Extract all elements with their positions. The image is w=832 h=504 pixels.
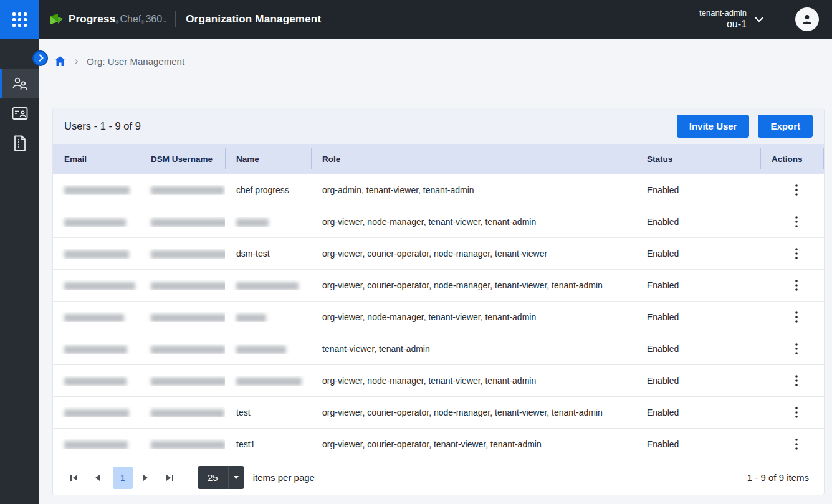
row-actions-menu-button[interactable] (791, 277, 801, 293)
table-title: Users - 1 - 9 of 9 (64, 120, 141, 132)
page: Progress®Chef®360™ Organization Manageme… (0, 0, 832, 504)
kebab-menu-icon (795, 311, 798, 323)
topbar: Progress®Chef®360™ Organization Manageme… (0, 0, 832, 39)
status-cell: Enabled (636, 217, 760, 227)
user-menu-button[interactable] (782, 0, 832, 39)
dsm-username-cell (140, 280, 225, 290)
brand-suffix: 360 (145, 14, 162, 25)
row-actions-menu-button[interactable] (791, 341, 801, 357)
dsm-username-cell (140, 217, 225, 227)
breadcrumb-current: Org: User Management (87, 56, 184, 67)
pagination-range-label: 1 - 9 of 9 items (747, 472, 816, 483)
email-cell (53, 312, 140, 322)
status-cell: Enabled (636, 185, 760, 195)
redacted-email (64, 219, 126, 227)
brand-sub: Chef (120, 14, 141, 25)
row-actions-menu-button[interactable] (791, 436, 801, 452)
breadcrumb: › Org: User Management (54, 54, 832, 69)
page-size-select[interactable]: 25 (198, 466, 244, 489)
actions-cell (760, 373, 824, 389)
actions-cell (760, 404, 824, 421)
row-actions-menu-button[interactable] (791, 373, 801, 389)
actions-cell (760, 341, 824, 357)
status-cell: Enabled (636, 407, 760, 417)
sidebar-item-users[interactable] (0, 69, 39, 98)
kebab-menu-icon (795, 216, 798, 227)
column-header-role[interactable]: Role (311, 144, 636, 174)
tenant-switcher[interactable]: tenant-admin ou-1 (699, 8, 764, 31)
status-cell: Enabled (636, 249, 760, 259)
redacted-username (151, 378, 225, 386)
status-cell: Enabled (636, 439, 760, 449)
sidebar (0, 39, 39, 504)
email-cell (53, 185, 140, 195)
app-title: Organization Management (186, 13, 321, 26)
row-actions-menu-button[interactable] (791, 309, 801, 325)
redacted-username (151, 441, 225, 449)
status-cell: Enabled (636, 344, 760, 354)
column-header-email[interactable]: Email (53, 144, 140, 174)
actions-cell (760, 182, 824, 198)
role-cell: org-viewer, node-manager, tenant-viewer,… (311, 312, 636, 322)
role-cell: org-viewer, courier-operator, node-manag… (311, 407, 636, 417)
progress-logo-icon (49, 14, 64, 27)
name-cell: test1 (225, 439, 311, 449)
app-launcher-button[interactable] (0, 0, 39, 39)
row-actions-menu-button[interactable] (791, 245, 801, 262)
invite-user-button[interactable]: Invite User (677, 115, 750, 138)
page-1-button[interactable]: 1 (113, 467, 133, 489)
status-cell: Enabled (636, 280, 760, 290)
items-per-page-label: items per page (253, 472, 315, 483)
sidebar-expand-button[interactable] (32, 50, 48, 66)
row-actions-menu-button[interactable] (791, 214, 801, 230)
breadcrumb-separator: › (75, 55, 78, 67)
brand-sub-mark: ® (141, 20, 144, 24)
dsm-username-cell (140, 407, 225, 417)
email-cell (53, 407, 140, 417)
column-header-name[interactable]: Name (225, 144, 311, 174)
sidebar-item-id-card[interactable] (0, 98, 39, 128)
dsm-username-cell (140, 344, 225, 354)
redacted-name (236, 314, 266, 322)
kebab-menu-icon (795, 439, 798, 450)
email-cell (53, 439, 140, 449)
column-header-dsm-username[interactable]: DSM Username (140, 144, 225, 174)
name-cell (225, 312, 311, 322)
column-header-status[interactable]: Status (636, 144, 760, 174)
chevron-right-icon (39, 54, 44, 62)
next-page-button[interactable] (136, 468, 155, 487)
redacted-username (151, 219, 225, 227)
row-actions-menu-button[interactable] (791, 404, 801, 421)
tenant-role-label: tenant-admin (699, 8, 747, 18)
table-body: chef progress org-admin, tenant-viewer, … (53, 174, 824, 460)
home-icon[interactable] (54, 55, 66, 67)
sidebar-item-licenses[interactable] (0, 128, 39, 158)
redacted-email (64, 441, 128, 449)
skip-first-icon (70, 474, 78, 482)
avatar (795, 7, 819, 31)
redacted-name (236, 378, 302, 386)
name-cell (225, 217, 311, 227)
waffle-icon (12, 12, 27, 27)
export-button[interactable]: Export (758, 115, 813, 138)
table-row: org-viewer, courier-operator, node-manag… (53, 269, 824, 301)
id-card-icon (12, 107, 28, 120)
license-doc-icon (13, 135, 27, 151)
name-cell (225, 376, 311, 386)
chevron-left-icon (94, 474, 100, 482)
kebab-menu-icon (795, 407, 798, 418)
row-actions-menu-button[interactable] (791, 182, 801, 198)
dsm-username-cell (140, 376, 225, 386)
last-page-button[interactable] (160, 468, 179, 487)
email-cell (53, 344, 140, 354)
chevron-down-icon (754, 16, 764, 22)
first-page-button[interactable] (64, 468, 83, 487)
redacted-email (64, 282, 135, 290)
person-icon (801, 13, 813, 26)
name-cell: chef progress (225, 185, 311, 195)
redacted-username (151, 314, 225, 322)
prev-page-button[interactable] (88, 468, 107, 487)
kebab-menu-icon (795, 375, 798, 386)
redacted-email (64, 378, 127, 386)
redacted-username (151, 186, 224, 194)
